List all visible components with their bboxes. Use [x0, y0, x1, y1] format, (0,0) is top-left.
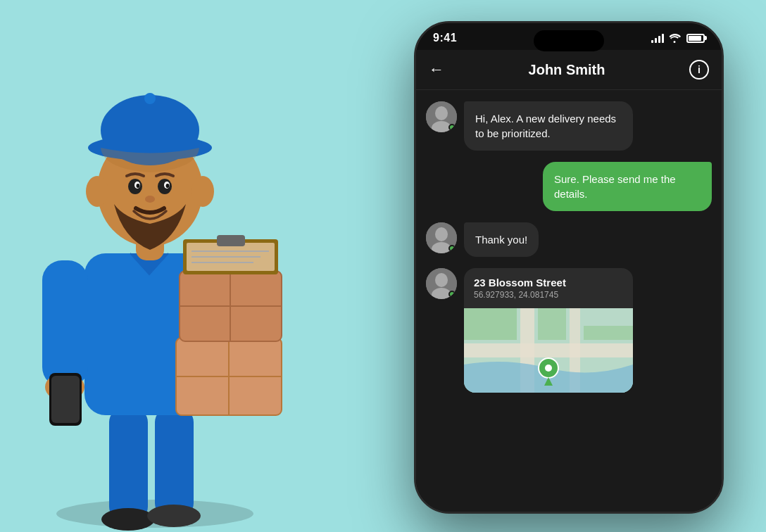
message-row-2: Sure. Please send me the details.: [426, 162, 712, 211]
location-card[interactable]: 23 Blossom Street 56.927933, 24.081745: [464, 268, 633, 393]
svg-point-40: [192, 176, 214, 207]
svg-point-45: [435, 227, 448, 241]
svg-point-48: [435, 273, 448, 287]
svg-point-31: [144, 93, 156, 104]
message-row-3: Thank you!: [426, 222, 712, 257]
svg-point-4: [101, 508, 155, 531]
svg-point-38: [145, 196, 155, 203]
delivery-person-illustration: [0, 0, 366, 532]
online-indicator-3: [448, 245, 456, 252]
svg-point-36: [137, 184, 140, 188]
online-indicator-1: [448, 124, 456, 131]
svg-point-42: [435, 106, 448, 120]
info-button[interactable]: i: [689, 60, 709, 80]
location-street: 23 Blossom Street: [474, 277, 623, 289]
svg-rect-7: [42, 260, 88, 387]
location-info: 23 Blossom Street 56.927933, 24.081745: [464, 268, 633, 308]
svg-point-39: [86, 176, 108, 207]
svg-rect-54: [464, 308, 517, 340]
svg-rect-55: [538, 308, 566, 340]
status-time: 9:41: [433, 32, 457, 44]
svg-point-58: [545, 365, 552, 372]
svg-rect-2: [109, 408, 148, 521]
back-button[interactable]: ←: [429, 61, 444, 79]
svg-point-37: [166, 184, 170, 188]
message-bubble-3: Thank you!: [464, 222, 539, 257]
svg-rect-3: [155, 408, 194, 517]
status-icons: [651, 33, 705, 43]
map-svg: [464, 308, 633, 393]
map-preview: [464, 308, 633, 393]
chat-header: ← John Smith i: [416, 50, 722, 90]
avatar-3: [426, 222, 457, 253]
phone-frame: 9:41 ← John: [414, 21, 724, 514]
signal-bar-4: [662, 34, 664, 43]
svg-point-5: [147, 505, 201, 527]
message-row-1: Hi, Alex. A new delivery needs to be pri…: [426, 101, 712, 151]
wifi-icon: [668, 33, 681, 43]
signal-bar-2: [655, 38, 657, 43]
avatar-1: [426, 101, 457, 132]
svg-rect-51: [464, 343, 633, 357]
message-bubble-2: Sure. Please send me the details.: [543, 162, 712, 211]
battery-fill: [689, 36, 701, 41]
signal-bar-3: [658, 36, 660, 43]
signal-bar-1: [651, 40, 653, 43]
battery-icon: [686, 34, 705, 43]
chat-body: Hi, Alex. A new delivery needs to be pri…: [416, 90, 722, 512]
svg-rect-10: [51, 376, 80, 423]
phone-mockup: 9:41 ← John: [393, 21, 745, 532]
online-indicator-4: [448, 291, 456, 298]
signal-bars-icon: [651, 33, 664, 43]
avatar-4: [426, 268, 457, 299]
svg-rect-56: [584, 326, 633, 340]
location-coords: 56.927933, 24.081745: [474, 290, 623, 300]
message-bubble-1: Hi, Alex. A new delivery needs to be pri…: [464, 101, 633, 151]
svg-rect-23: [217, 235, 245, 246]
contact-name: John Smith: [456, 62, 678, 78]
dynamic-island: [534, 30, 604, 51]
message-row-4: 23 Blossom Street 56.927933, 24.081745: [426, 268, 712, 393]
